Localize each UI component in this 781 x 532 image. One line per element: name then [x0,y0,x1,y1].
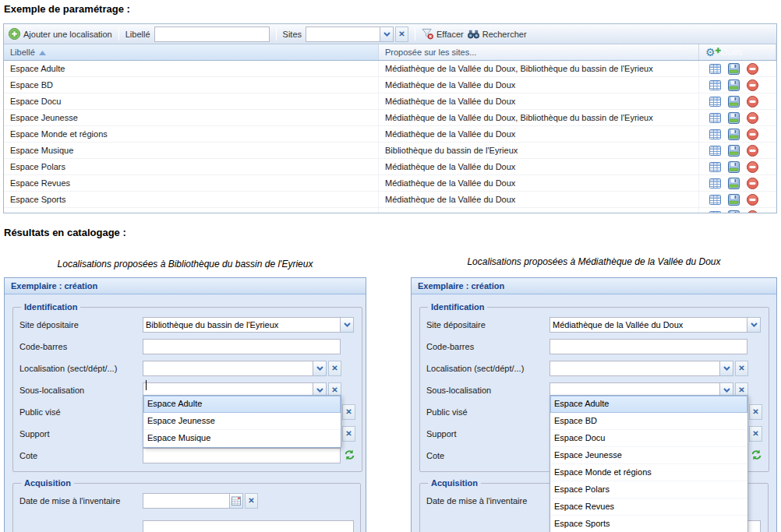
table-row[interactable]: Espace Adulte Médiathèque de la Vallée d… [4,61,776,77]
dropdown-item[interactable]: Espace Adulte [143,396,341,413]
dropdown-item[interactable]: Espace Jeunesse [550,447,747,464]
sites-clear-icon[interactable]: ✕ [395,26,408,42]
save-disk-icon[interactable] [728,112,740,124]
detail-grid-icon[interactable] [709,112,721,124]
add-localisation-button[interactable]: Ajouter une localisation [9,28,112,40]
date-inventaire-input[interactable] [143,493,230,509]
refresh-icon[interactable] [344,449,355,461]
chevron-down-icon[interactable] [313,361,327,376]
table-row[interactable]: Espace Revues Médiathèque de la Vallée d… [4,175,776,192]
delete-minus-icon[interactable] [747,129,758,140]
localisation-label: Localisation (sect/dépt/...) [19,364,143,373]
code-barres-input[interactable] [143,339,341,354]
column-header-libelle[interactable]: Libellé [4,44,379,60]
save-disk-icon[interactable] [728,145,740,157]
chevron-down-icon[interactable] [341,317,354,333]
site-depositaire-combo [143,317,354,333]
code-barres-input[interactable] [550,339,747,354]
support-clear-icon[interactable]: ✕ [342,426,355,442]
localisation-dropdown-right: Espace AdulteEspace BDEspace DocuEspace … [550,395,748,532]
table-row[interactable]: Espace BD Médiathèque de la Vallée du Do… [4,77,776,93]
column-header-tools[interactable]: ⚙✚ Outils [699,44,776,60]
detail-grid-icon[interactable] [709,210,721,213]
save-disk-icon[interactable] [728,210,740,213]
localisation-clear-icon[interactable]: ✕ [735,361,748,376]
table-row[interactable]: Espace Jeunesse Médiathèque de la Vallée… [4,110,776,126]
public-vise-clear-icon[interactable]: ✕ [342,404,355,420]
save-disk-icon[interactable] [728,63,740,75]
save-disk-icon[interactable] [728,96,740,107]
table-row[interactable]: Espace Polars Médiathèque de la Vallée d… [4,159,776,175]
dropdown-item[interactable]: Espace Docu [550,430,747,447]
code-barres-label: Code-barres [19,342,143,351]
detail-grid-icon[interactable] [709,178,721,189]
table-row[interactable]: Espace Docu Médiathèque de la Vallée du … [4,93,776,110]
dropdown-item[interactable]: Espace BD [550,413,747,430]
search-button[interactable]: Rechercher [468,28,527,40]
save-disk-icon[interactable] [728,194,740,206]
date-clear-icon[interactable]: ✕ [245,493,258,509]
save-disk-icon[interactable] [728,129,740,140]
detail-grid-icon[interactable] [709,63,721,75]
detail-grid-icon[interactable] [709,79,721,91]
site-depositaire-combo [550,317,761,333]
clear-filters-button[interactable]: Effacer [422,28,464,40]
field-date-inventaire: Date de mise à l'inventaire ✕ [19,492,354,509]
chevron-down-icon[interactable] [747,317,761,333]
save-disk-icon[interactable] [728,79,740,91]
delete-minus-icon[interactable] [747,210,758,213]
detail-grid-icon[interactable] [709,161,721,173]
table-row[interactable] [4,208,776,213]
delete-minus-icon[interactable] [747,194,758,206]
acquisition-legend: Acquisition [428,478,481,488]
public-vise-clear-icon[interactable]: ✕ [749,404,762,420]
gear-plus-icon[interactable]: ⚙✚ [705,45,719,59]
panel-title: Exemplaire : création [5,278,366,294]
panel-title: Exemplaire : création [412,278,776,294]
localisation-input[interactable] [143,361,313,376]
dropdown-item[interactable]: Espace Musique [143,430,341,447]
cell-libelle: Espace Adulte [4,61,379,76]
save-disk-icon[interactable] [728,178,740,189]
row-actions [699,93,776,109]
delete-minus-icon[interactable] [747,145,758,157]
dropdown-item[interactable]: Espace Jeunesse [143,413,341,430]
refresh-icon[interactable] [751,449,762,461]
delete-minus-icon[interactable] [747,63,758,75]
site-depositaire-input[interactable] [550,317,747,333]
save-disk-icon[interactable] [728,161,740,173]
detail-grid-icon[interactable] [709,129,721,140]
dropdown-item[interactable]: Espace Sports [550,516,747,532]
chevron-down-icon[interactable] [380,26,394,42]
site-depositaire-input[interactable] [143,317,341,333]
calendar-icon[interactable] [230,493,243,509]
support-clear-icon[interactable]: ✕ [749,426,762,442]
cote-input[interactable] [143,448,341,463]
delete-minus-icon[interactable] [747,112,758,124]
delete-minus-icon[interactable] [747,79,758,91]
delete-minus-icon[interactable] [747,96,758,107]
partial-field-input[interactable] [143,520,354,532]
table-row[interactable]: Espace Musique Bibliothèque du bassin de… [4,143,776,159]
sites-filter-input[interactable] [306,26,380,42]
delete-minus-icon[interactable] [747,178,758,189]
dropdown-item[interactable]: Espace Polars [550,481,747,499]
localisation-clear-icon[interactable]: ✕ [328,361,341,376]
detail-grid-icon[interactable] [709,145,721,157]
support-label: Support [426,429,550,439]
dropdown-item[interactable]: Espace Adulte [550,396,747,413]
dropdown-item[interactable]: Espace Monde et régions [550,464,747,481]
dropdown-item[interactable]: Espace Revues [550,499,747,516]
detail-grid-icon[interactable] [709,96,721,107]
localisation-input[interactable] [550,361,720,376]
table-row[interactable]: Espace Monde et régions Médiathèque de l… [4,126,776,143]
cote-label: Cote [426,451,550,460]
column-header-sites[interactable]: Proposée sur les sites... [379,44,699,60]
row-actions [699,126,776,142]
libelle-filter-input[interactable] [154,26,270,42]
chevron-down-icon[interactable] [720,361,733,376]
table-row[interactable]: Espace Sports Médiathèque de la Vallée d… [4,192,776,208]
delete-minus-icon[interactable] [747,161,758,173]
panel-body: Identification Site dépositaire Code-bar… [5,294,366,532]
detail-grid-icon[interactable] [709,194,721,206]
